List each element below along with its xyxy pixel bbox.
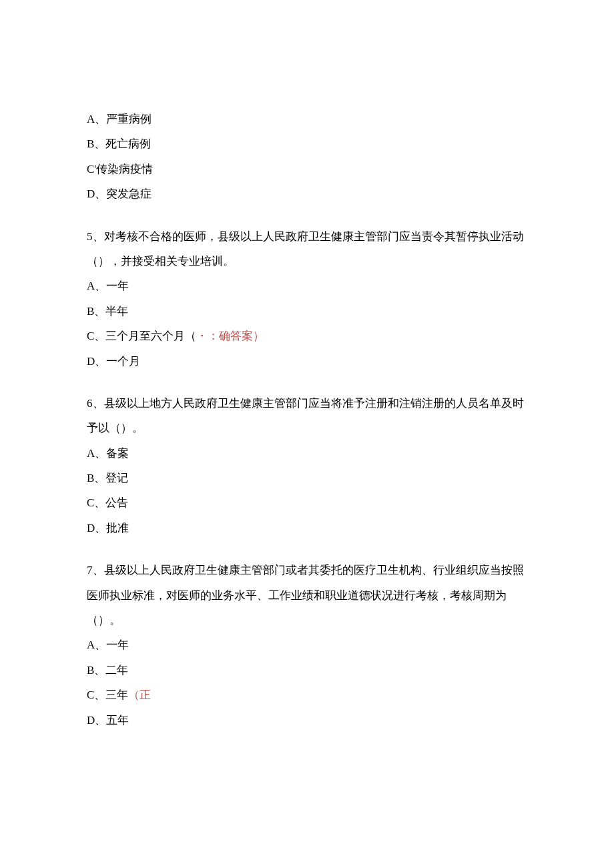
answer-marker: （正 [128,689,151,701]
q5-stem: 5、对考核不合格的医师，县级以上人民政府卫生健康主管部门应当责令其暂停执业活动（… [87,224,527,274]
q7-stem: 7、县级以上人民政府卫生健康主管部门或者其委托的医疗卫生机构、行业组织应当按照医… [87,558,527,632]
q4-option-c: C'传染病疫情 [87,157,527,181]
q7-option-d: D、五年 [87,708,527,733]
spacer [87,207,527,224]
q7-option-a: A、一年 [87,632,527,657]
q7-option-c-text: C、三年 [87,689,128,701]
q4-option-b: B、死亡病例 [87,131,527,156]
spacer [87,540,527,558]
q5-option-c: C、三个月至六个月（・：确答案） [87,324,527,348]
q5-option-c-text: C、三个月至六个月（ [87,330,196,342]
q5-option-d: D、一个月 [87,349,527,374]
q6-option-d: D、批准 [87,516,527,540]
q7-option-b: B、二年 [87,658,527,683]
q5-option-b: B、半年 [87,299,527,324]
document-page: A、严重病例 B、死亡病例 C'传染病疫情 D、突发急症 5、对考核不合格的医师… [0,0,614,799]
q7-option-c: C、三年（正 [87,683,527,707]
q4-option-d: D、突发急症 [87,181,527,206]
spacer [87,374,527,391]
answer-marker: ・：确答案） [196,330,264,342]
q6-stem: 6、县级以上地方人民政府卫生健康主管部门应当将准予注册和注销注册的人员名单及时予… [87,391,527,441]
q5-option-a: A、一年 [87,274,527,298]
q6-option-b: B、登记 [87,466,527,490]
q6-option-a: A、备案 [87,441,527,466]
q4-option-a: A、严重病例 [87,107,527,131]
q6-option-c: C、公告 [87,490,527,515]
